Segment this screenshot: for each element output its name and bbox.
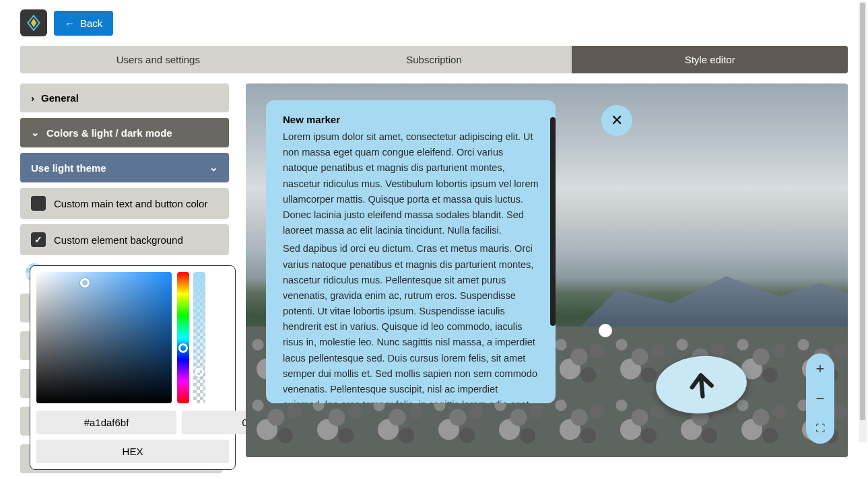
checkbox-unchecked-icon	[31, 196, 46, 211]
accordion-general-label: General	[41, 92, 79, 104]
close-marker-button[interactable]: ✕	[601, 105, 632, 136]
tab-subscription[interactable]: Subscription	[296, 46, 572, 73]
custom-text-color-toggle[interactable]: Custom main text and button color	[20, 188, 229, 219]
saturation-panel[interactable]	[36, 272, 172, 403]
accordion-colors[interactable]: ⌄ Colors & light / dark mode	[20, 118, 229, 147]
marker-pin-icon[interactable]	[599, 324, 612, 337]
accordion-general[interactable]: › General	[20, 83, 229, 112]
app-logo	[20, 9, 47, 36]
back-button[interactable]: ← Back	[54, 11, 113, 36]
main-tabs: Users and settings Subscription Style ed…	[20, 46, 848, 73]
hue-slider[interactable]	[177, 272, 189, 403]
custom-text-label: Custom main text and button color	[54, 198, 207, 209]
tab-style-editor[interactable]: Style editor	[572, 46, 848, 73]
custom-bg-label: Custom element background	[54, 234, 183, 246]
chevron-down-icon: ⌄	[209, 162, 218, 174]
theme-select-value: Use light theme	[31, 162, 106, 174]
zoom-controls: + − ⛶	[806, 353, 834, 444]
zoom-in-button[interactable]: +	[810, 359, 830, 379]
plus-icon: +	[816, 360, 825, 378]
logo-icon	[25, 14, 42, 32]
style-sidebar: › General ⌄ Colors & light / dark mode U…	[20, 83, 229, 478]
custom-element-bg-toggle[interactable]: Custom element background	[20, 224, 229, 255]
theme-select[interactable]: Use light theme ⌄	[20, 153, 229, 182]
accordion-colors-label: Colors & light / dark mode	[46, 127, 172, 139]
zoom-out-button[interactable]: −	[810, 388, 830, 409]
alpha-cursor-icon	[195, 368, 204, 377]
fullscreen-icon: ⛶	[815, 423, 825, 434]
marker-title: New marker	[283, 114, 539, 125]
fullscreen-button[interactable]: ⛶	[810, 418, 830, 438]
style-preview-canvas: New marker Lorem ipsum dolor sit amet, c…	[246, 83, 848, 457]
color-picker-popover: HEX	[30, 265, 236, 470]
header: ← Back	[0, 0, 868, 46]
arrow-up-icon	[683, 366, 719, 403]
checkbox-checked-icon	[31, 232, 46, 247]
chevron-down-icon: ⌄	[31, 127, 40, 139]
back-arrow-icon: ←	[65, 18, 75, 29]
preview-landscape	[577, 263, 848, 330]
hex-input[interactable]	[36, 411, 176, 434]
alpha-slider[interactable]	[193, 272, 205, 403]
page-scrollbar[interactable]	[859, 1, 867, 442]
marker-scrollbar[interactable]	[550, 117, 556, 326]
hue-cursor-icon	[178, 343, 188, 353]
minus-icon: −	[816, 390, 825, 407]
chevron-right-icon: ›	[31, 92, 34, 104]
close-icon: ✕	[611, 112, 623, 129]
marker-body: Lorem ipsum dolor sit amet, consectetur …	[283, 129, 539, 403]
saturation-cursor-icon	[80, 278, 90, 287]
color-format-toggle[interactable]: HEX	[36, 440, 229, 463]
marker-popup: New marker Lorem ipsum dolor sit amet, c…	[266, 100, 556, 403]
back-label: Back	[80, 18, 102, 29]
tab-users-settings[interactable]: Users and settings	[20, 46, 296, 73]
